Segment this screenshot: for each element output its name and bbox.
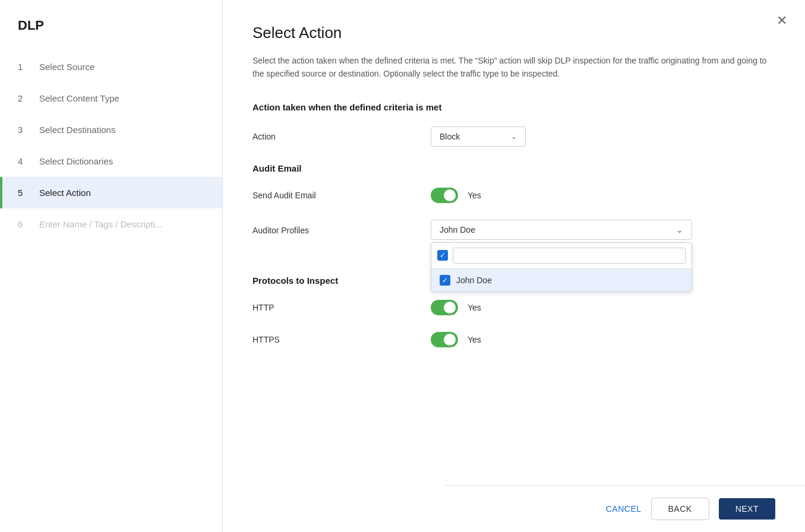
audit-email-section-title: Audit Email [252,163,775,173]
app-title: DLP [0,18,222,51]
https-control: Yes [431,332,704,347]
http-toggle-slider [431,300,458,315]
action-control: Block ⌄ [431,126,704,147]
sidebar: DLP 1 Select Source 2 Select Content Typ… [0,0,223,532]
action-section-title: Action taken when the defined criteria i… [252,102,775,112]
auditor-profiles-row: Auditor Profiles John Doe ⌄ ✓ [252,220,775,240]
page-description: Select the action taken when the defined… [252,54,775,81]
dropdown-search-row: ✓ [431,243,692,269]
auditor-dropdown-menu: ✓ ✓ John Doe [431,242,692,292]
audit-email-section: Audit Email Send Audit Email Yes Auditor… [252,163,775,240]
auditor-profiles-control: John Doe ⌄ ✓ [431,220,704,240]
dropdown-option-label: John Doe [456,276,492,285]
toggle-slider [431,188,458,203]
https-label: HTTPS [252,335,431,344]
https-row: HTTPS Yes [252,332,775,347]
sidebar-item-label-content-type: Select Content Type [39,93,119,103]
sidebar-item-dictionaries[interactable]: 4 Select Dictionaries [0,145,222,177]
http-yes: Yes [468,303,481,312]
send-audit-email-label: Send Audit Email [252,191,431,200]
sidebar-item-label-name: Enter Name / Tags / Descripti... [39,219,162,229]
http-row: HTTP Yes [252,300,775,315]
action-label: Action [252,132,431,141]
http-toggle[interactable] [431,300,458,315]
https-yes: Yes [468,335,481,344]
step-num-5: 5 [18,188,30,198]
step-num-1: 1 [18,62,30,72]
auditor-chevron-icon: ⌄ [676,225,683,235]
dropdown-search-input[interactable] [453,248,686,264]
action-section: Action taken when the defined criteria i… [252,102,775,147]
main-content: ✕ Select Action Select the action taken … [223,0,805,532]
sidebar-item-name[interactable]: 6 Enter Name / Tags / Descripti... [0,208,222,240]
sidebar-item-action[interactable]: 5 Select Action [0,177,222,208]
cancel-button[interactable]: CANCEL [606,504,642,514]
https-toggle[interactable] [431,332,458,347]
auditor-dropdown-container: John Doe ⌄ ✓ [431,220,692,240]
http-control: Yes [431,300,704,315]
step-num-6: 6 [18,219,30,229]
action-chevron-icon: ⌄ [511,132,517,141]
option-checkbox-icon: ✓ [440,275,450,286]
back-button[interactable]: BACK [651,498,709,520]
footer: CANCEL BACK NEXT [446,485,805,532]
step-num-2: 2 [18,93,30,103]
send-audit-email-control: Yes [431,188,704,203]
step-num-4: 4 [18,156,30,166]
send-audit-email-toggle[interactable] [431,188,458,203]
step-num-3: 3 [18,125,30,135]
sidebar-item-label-dictionaries: Select Dictionaries [39,156,113,166]
sidebar-item-label-action: Select Action [39,188,91,198]
https-toggle-slider [431,332,458,347]
action-row: Action Block ⌄ [252,126,775,147]
send-audit-email-row: Send Audit Email Yes [252,188,775,203]
http-label: HTTP [252,303,431,312]
sidebar-item-destinations[interactable]: 3 Select Destinations [0,114,222,145]
action-dropdown[interactable]: Block ⌄ [431,126,526,147]
sidebar-item-label-source: Select Source [39,62,94,72]
dropdown-option-john-doe[interactable]: ✓ John Doe [431,269,692,292]
next-button[interactable]: NEXT [719,498,775,520]
auditor-dropdown-value: John Doe [440,225,475,235]
auditor-profiles-dropdown[interactable]: John Doe ⌄ [431,220,692,240]
search-checkbox-icon[interactable]: ✓ [437,250,448,261]
sidebar-item-source[interactable]: 1 Select Source [0,51,222,83]
sidebar-item-content-type[interactable]: 2 Select Content Type [0,83,222,114]
close-button[interactable]: ✕ [776,14,787,27]
action-dropdown-value: Block [440,132,460,141]
send-audit-email-yes: Yes [468,191,481,200]
sidebar-item-label-destinations: Select Destinations [39,125,115,135]
page-title: Select Action [252,24,775,42]
auditor-profiles-label: Auditor Profiles [252,220,431,235]
